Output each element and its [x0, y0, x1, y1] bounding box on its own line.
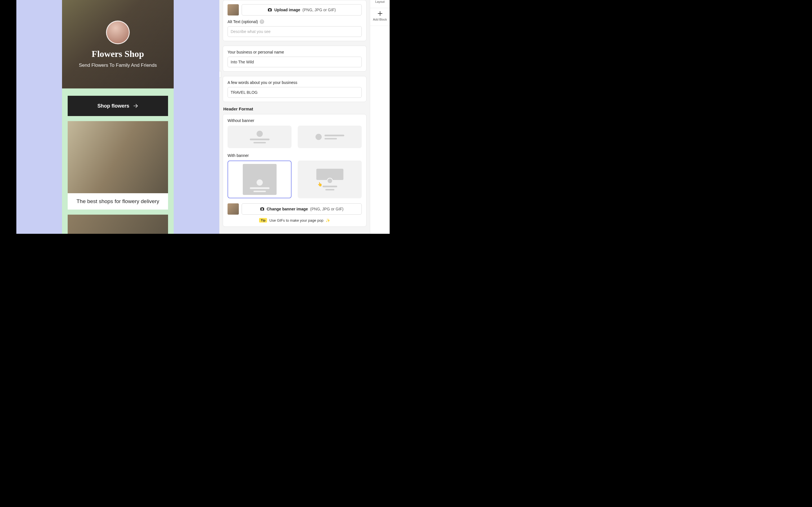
shop-button[interactable]: Shop flowers [68, 96, 168, 116]
business-name-label: Your business or personal name [227, 50, 362, 54]
alt-text-label: Alt Text (optional) ? [227, 19, 362, 24]
logo-thumbnail [227, 4, 239, 15]
without-banner-label: Without banner [227, 118, 362, 123]
header-format-left[interactable] [298, 126, 362, 148]
camera-icon [260, 207, 264, 211]
settings-pane: ▸ Upload image (PNG, JPG or GIF) Alt Tex… [219, 0, 370, 234]
about-input[interactable] [227, 87, 362, 98]
preview-body: Shop flowers The best shops for flowery … [62, 89, 174, 234]
tip-badge: Tip [259, 218, 267, 223]
tip-text: Use GIFs to make your page pop [269, 218, 323, 223]
preview-pane: Flowers Shop Send Flowers To Family And … [16, 0, 219, 234]
header-format-section: Without banner [223, 114, 366, 227]
camera-icon [267, 8, 272, 12]
preview-card: The best shops for flowery delivery [68, 121, 168, 210]
sparkle-icon: ✨ [326, 218, 330, 223]
help-icon[interactable]: ? [260, 19, 264, 24]
shop-button-label: Shop flowers [97, 103, 129, 109]
upload-image-label: Upload image [274, 8, 300, 12]
tip-row: Tip Use GIFs to make your page pop ✨ [227, 218, 362, 223]
header-format-banner-full[interactable] [227, 161, 292, 198]
preview-card-2 [68, 215, 168, 234]
arrow-right-icon [133, 103, 139, 109]
right-rail: Layout Add Block [370, 0, 390, 234]
banner-thumbnail [227, 203, 239, 215]
avatar [106, 20, 130, 44]
change-banner-label: Change banner image [267, 207, 308, 211]
collapse-handle[interactable]: ▸ [219, 71, 221, 78]
rail-add-block[interactable]: Add Block [370, 8, 390, 26]
business-name-section: Your business or personal name [223, 46, 366, 71]
preview-title: Flowers Shop [92, 49, 144, 59]
rail-add-block-label: Add Block [373, 18, 387, 21]
change-banner-hint: (PNG, JPG or GIF) [310, 207, 343, 211]
about-section: A few words about you or your business [223, 76, 366, 102]
rail-layout[interactable]: Layout [370, 0, 390, 8]
header-format-title: Header Format [223, 107, 366, 111]
preview-card-caption: The best shops for flowery delivery [68, 193, 168, 210]
with-banner-label: With banner [227, 153, 362, 158]
plus-icon [377, 11, 383, 16]
app-frame: Flowers Shop Send Flowers To Family And … [16, 0, 390, 234]
preview-subtitle: Send Flowers To Family And Friends [79, 62, 157, 68]
upload-image-button[interactable]: Upload image (PNG, JPG or GIF) [242, 4, 362, 15]
alt-text-input[interactable] [227, 26, 362, 37]
preview-card-image [68, 121, 168, 193]
change-banner-button[interactable]: Change banner image (PNG, JPG or GIF) [242, 203, 362, 215]
rail-layout-label: Layout [375, 0, 385, 3]
phone-preview: Flowers Shop Send Flowers To Family And … [62, 0, 174, 234]
upload-image-hint: (PNG, JPG or GIF) [303, 8, 336, 12]
cursor-icon: 👆 [317, 182, 322, 186]
header-format-banner-overlap[interactable]: 👆 [298, 161, 362, 198]
business-name-input[interactable] [227, 57, 362, 67]
upload-section: Upload image (PNG, JPG or GIF) Alt Text … [223, 0, 366, 41]
about-label: A few words about you or your business [227, 80, 362, 85]
header-format-centered[interactable] [227, 126, 292, 148]
preview-hero: Flowers Shop Send Flowers To Family And … [62, 0, 174, 89]
